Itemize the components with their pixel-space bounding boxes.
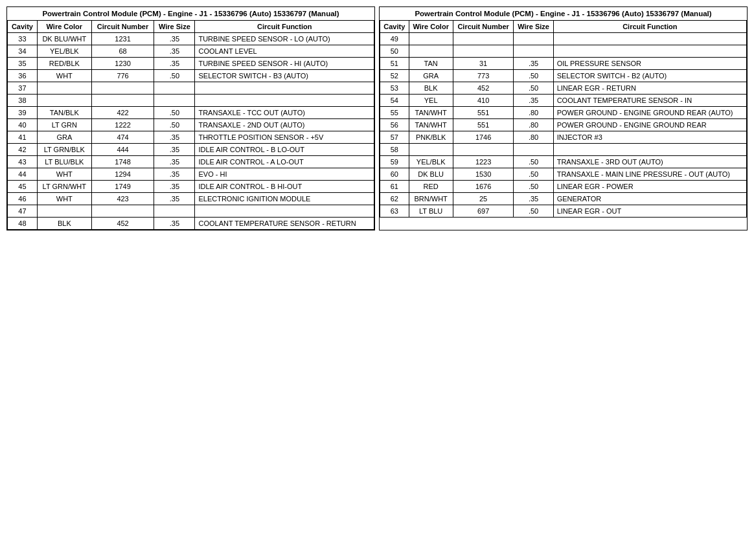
cell-wire-color: GRA	[37, 131, 91, 144]
cell-circuit-number	[453, 144, 514, 156]
cell-circuit-function	[195, 95, 374, 107]
cell-cavity: 57	[380, 131, 409, 144]
cell-circuit-function	[553, 144, 746, 156]
cell-circuit-number: 697	[453, 205, 514, 218]
cell-wire-color: BLK	[409, 82, 453, 95]
cell-wire-color: YEL	[409, 95, 453, 107]
right-title-row: Powertrain Control Module (PCM) - Engine…	[380, 7, 747, 21]
cell-wire-size	[154, 95, 195, 107]
right-col-circuit-function: Circuit Function	[553, 21, 746, 33]
cell-wire-color	[409, 45, 453, 58]
cell-cavity: 53	[380, 82, 409, 95]
left-col-circuit-number: Circuit Number	[91, 21, 154, 33]
cell-circuit-number	[453, 33, 514, 45]
cell-wire-color: WHT	[37, 70, 91, 82]
table-row: 46 WHT 423 .35 ELECTRONIC IGNITION MODUL…	[8, 193, 374, 205]
cell-wire-color	[37, 95, 91, 107]
table-row: 60 DK BLU 1530 .50 TRANSAXLE - MAIN LINE…	[380, 168, 747, 181]
cell-wire-size: .50	[154, 107, 195, 119]
table-row: 40 LT GRN 1222 .50 TRANSAXLE - 2ND OUT (…	[8, 119, 374, 131]
table-row: 45 LT GRN/WHT 1749 .35 IDLE AIR CONTROL …	[8, 181, 374, 193]
cell-wire-color: TAN/WHT	[409, 119, 453, 131]
cell-cavity: 37	[8, 82, 38, 95]
cell-circuit-function	[553, 45, 746, 58]
cell-circuit-number: 1222	[91, 119, 154, 131]
left-col-wire-size: Wire Size	[154, 21, 195, 33]
cell-circuit-number: 422	[91, 107, 154, 119]
left-title-row: Powertrain Control Module (PCM) - Engine…	[8, 7, 374, 21]
cell-wire-color: DK BLU	[409, 168, 453, 181]
cell-wire-color: WHT	[37, 168, 91, 181]
cell-cavity: 47	[8, 205, 38, 218]
cell-circuit-number	[453, 45, 514, 58]
cell-wire-size: .80	[514, 119, 553, 131]
cell-circuit-function: COOLANT TEMPERATURE SENSOR - RETURN	[195, 218, 374, 230]
cell-circuit-function: GENERATOR	[553, 193, 746, 205]
cell-circuit-number: 474	[91, 131, 154, 144]
cell-wire-size: .50	[514, 181, 553, 193]
cell-circuit-function: SELECTOR SWITCH - B3 (AUTO)	[195, 70, 374, 82]
cell-wire-size: .35	[154, 218, 195, 230]
table-row: 62 BRN/WHT 25 .35 GENERATOR	[380, 193, 747, 205]
cell-circuit-function: TRANSAXLE - 3RD OUT (AUTO)	[553, 156, 746, 168]
table-row: 58	[380, 144, 747, 156]
cell-cavity: 33	[8, 33, 38, 45]
cell-cavity: 48	[8, 218, 38, 230]
cell-wire-color	[409, 144, 453, 156]
right-table-title: Powertrain Control Module (PCM) - Engine…	[380, 7, 747, 21]
right-col-circuit-number: Circuit Number	[453, 21, 514, 33]
cell-wire-color: TAN/WHT	[409, 107, 453, 119]
table-row: 44 WHT 1294 .35 EVO - HI	[8, 168, 374, 181]
table-row: 50	[380, 45, 747, 58]
table-row: 41 GRA 474 .35 THROTTLE POSITION SENSOR …	[8, 131, 374, 144]
cell-cavity: 43	[8, 156, 38, 168]
cell-wire-color: PNK/BLK	[409, 131, 453, 144]
cell-wire-size: .35	[154, 33, 195, 45]
cell-circuit-number: 1749	[91, 181, 154, 193]
table-row: 56 TAN/WHT 551 .80 POWER GROUND - ENGINE…	[380, 119, 747, 131]
cell-wire-color: YEL/BLK	[37, 45, 91, 58]
cell-wire-size: .50	[514, 205, 553, 218]
cell-cavity: 46	[8, 193, 38, 205]
cell-circuit-function	[195, 205, 374, 218]
cell-wire-size: .50	[154, 119, 195, 131]
cell-cavity: 58	[380, 144, 409, 156]
right-col-wire-size: Wire Size	[514, 21, 553, 33]
cell-wire-size	[514, 45, 553, 58]
cell-cavity: 38	[8, 95, 38, 107]
table-row: 57 PNK/BLK 1746 .80 INJECTOR #3	[380, 131, 747, 144]
cell-circuit-number: 1676	[453, 181, 514, 193]
cell-cavity: 42	[8, 144, 38, 156]
cell-circuit-function: LINEAR EGR - OUT	[553, 205, 746, 218]
table-row: 52 GRA 773 .50 SELECTOR SWITCH - B2 (AUT…	[380, 70, 747, 82]
cell-circuit-function: ELECTRONIC IGNITION MODULE	[195, 193, 374, 205]
left-table-body: 33 DK BLU/WHT 1231 .35 TURBINE SPEED SEN…	[8, 33, 374, 230]
cell-circuit-number: 452	[453, 82, 514, 95]
right-header-row: Cavity Wire Color Circuit Number Wire Si…	[380, 21, 747, 33]
cell-cavity: 39	[8, 107, 38, 119]
cell-circuit-number	[91, 95, 154, 107]
cell-wire-color: GRA	[409, 70, 453, 82]
cell-wire-color: WHT	[37, 193, 91, 205]
cell-cavity: 45	[8, 181, 38, 193]
left-col-circuit-function: Circuit Function	[195, 21, 374, 33]
cell-cavity: 34	[8, 45, 38, 58]
cell-circuit-function: THROTTLE POSITION SENSOR - +5V	[195, 131, 374, 144]
cell-circuit-function: LINEAR EGR - RETURN	[553, 82, 746, 95]
cell-circuit-function: TURBINE SPEED SENSOR - HI (AUTO)	[195, 58, 374, 70]
cell-cavity: 44	[8, 168, 38, 181]
cell-wire-size: .50	[514, 168, 553, 181]
cell-wire-size: .35	[154, 168, 195, 181]
cell-wire-size: .50	[514, 156, 553, 168]
cell-wire-size: .35	[154, 156, 195, 168]
table-row: 59 YEL/BLK 1223 .50 TRANSAXLE - 3RD OUT …	[380, 156, 747, 168]
cell-cavity: 59	[380, 156, 409, 168]
cell-circuit-number: 1748	[91, 156, 154, 168]
table-row: 63 LT BLU 697 .50 LINEAR EGR - OUT	[380, 205, 747, 218]
table-row: 34 YEL/BLK 68 .35 COOLANT LEVEL	[8, 45, 374, 58]
cell-circuit-function: TRANSAXLE - MAIN LINE PRESSURE - OUT (AU…	[553, 168, 746, 181]
cell-circuit-function	[195, 82, 374, 95]
left-table: Powertrain Control Module (PCM) - Engine…	[7, 7, 374, 230]
cell-wire-size: .35	[154, 45, 195, 58]
cell-wire-size: .35	[514, 95, 553, 107]
